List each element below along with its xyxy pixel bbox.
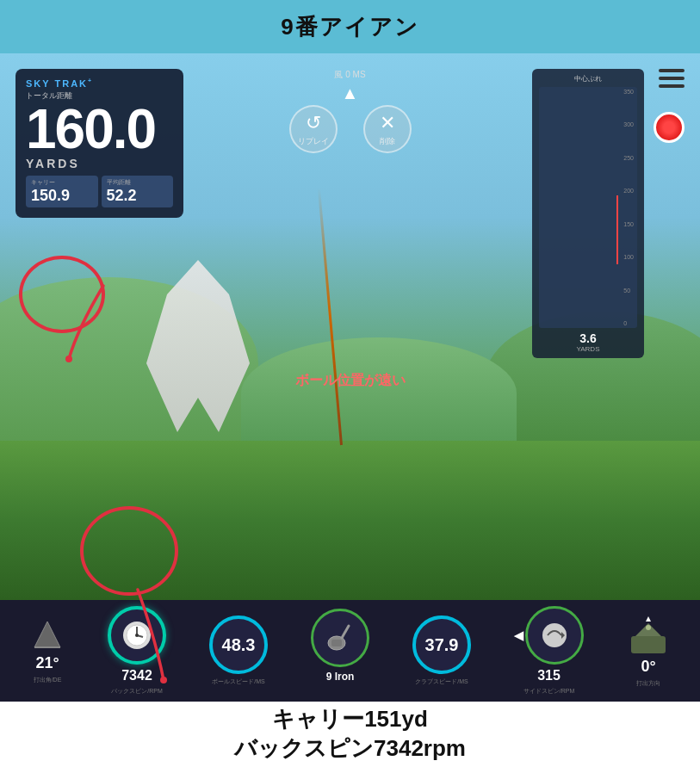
backspin-label: バックスピン/RPM xyxy=(111,687,163,696)
club-type-circle xyxy=(311,609,369,667)
replay-button[interactable]: ↺ リプレイ xyxy=(289,105,338,153)
club-speed-label: クラブスピード/MS xyxy=(415,677,468,686)
ground xyxy=(0,441,700,600)
footer-text: キャリー151yd バックスピン7342rpm xyxy=(234,705,466,764)
ball-position-warning: ボール位置が遠い xyxy=(295,372,406,390)
game-viewport: SKY TRAK+ トータル距離 160.0 YARDS キャリー 150.9 … xyxy=(0,53,700,600)
avg-value: 52.2 xyxy=(107,187,169,205)
svg-point-7 xyxy=(135,634,139,637)
record-button[interactable] xyxy=(654,112,685,143)
stat-club-type: 9 Iron xyxy=(311,609,369,694)
svg-point-15 xyxy=(646,625,651,630)
deviation-unit: YARDS xyxy=(539,345,637,353)
svg-marker-1 xyxy=(34,622,60,647)
wind-arrow-icon: ▲ xyxy=(340,83,361,103)
deviation-scale: 350 300 250 200 150 100 50 0 xyxy=(623,87,634,328)
sidespin-arrow: ◀ xyxy=(514,628,523,642)
stats-bar: 21° 打出角/DE 7342 バックスピン/RPM 48.3 ボールスピード/… xyxy=(0,600,700,702)
ball-speed-circle: 48.3 xyxy=(209,615,268,674)
wind-label: 風 0 MS xyxy=(334,69,365,81)
sidespin-label: サイドスピン/RPM xyxy=(523,687,575,696)
sidespin-icon xyxy=(539,620,570,651)
launch-angle-icon xyxy=(30,617,65,652)
stat-club-speed: 37.9 クラブスピード/MS xyxy=(412,615,471,686)
direction-label: 打出方向 xyxy=(636,679,660,688)
stat-ball-speed: 48.3 ボールスピード/MS xyxy=(209,615,268,686)
footer: キャリー151yd バックスピン7342rpm xyxy=(0,702,700,767)
avg-stat: 平均距離 52.2 xyxy=(102,176,174,207)
controls-panel: ↺ リプレイ ✕ 削除 xyxy=(289,105,412,153)
deviation-value: 3.6 xyxy=(539,331,637,345)
svg-rect-13 xyxy=(631,636,666,653)
replay-label: リプレイ xyxy=(298,136,329,147)
backspin-circle xyxy=(108,606,166,665)
direction-icon xyxy=(627,615,670,658)
ball-speed-value: 48.3 xyxy=(222,635,256,655)
replay-icon: ↺ xyxy=(306,112,321,134)
carry-value: 150.9 xyxy=(31,187,93,205)
hamburger-line-3 xyxy=(659,84,685,88)
delete-button[interactable]: ✕ 削除 xyxy=(363,105,412,153)
club-type-value: 9 Iron xyxy=(326,671,355,683)
svg-rect-10 xyxy=(331,640,342,646)
total-distance-value: 160.0 xyxy=(26,102,173,157)
launch-angle-text: 21° xyxy=(35,654,59,672)
delete-label: 削除 xyxy=(380,136,395,147)
deviation-chart: 350 300 250 200 150 100 50 0 xyxy=(539,87,637,328)
svg-marker-16 xyxy=(646,616,651,622)
stat-launch-angle: 21° 打出角/DE xyxy=(30,617,65,684)
stat-direction: 0° 打出方向 xyxy=(627,615,670,688)
backspin-value: 7342 xyxy=(121,668,152,683)
club-speed-circle: 37.9 xyxy=(412,615,471,674)
avg-label: 平均距離 xyxy=(107,178,169,187)
skytrak-panel: SKY TRAK+ トータル距離 160.0 YARDS キャリー 150.9 … xyxy=(15,69,183,218)
club-type-label xyxy=(339,686,341,694)
footer-line2: バックスピン7342rpm xyxy=(234,734,466,764)
ball-speed-label: ボールスピード/MS xyxy=(212,677,264,686)
carry-stat: キャリー 150.9 xyxy=(26,176,98,207)
hamburger-menu[interactable] xyxy=(659,69,685,88)
direction-value: 0° xyxy=(641,658,655,676)
hamburger-line-1 xyxy=(659,69,685,72)
launch-angle-label: 打出角/DE xyxy=(34,676,62,684)
deviation-title: 中心ぶれ xyxy=(539,74,637,84)
stat-backspin: 7342 バックスピン/RPM xyxy=(108,606,166,696)
iron-icon xyxy=(325,622,356,653)
sidespin-circle xyxy=(525,606,584,665)
carry-label: キャリー xyxy=(31,178,93,187)
deviation-line xyxy=(616,195,618,264)
wind-panel: 風 0 MS ▲ xyxy=(334,69,365,103)
backspin-icon xyxy=(120,618,154,653)
header: 9番アイアン xyxy=(0,0,700,53)
svg-line-9 xyxy=(342,626,349,638)
footer-line1: キャリー151yd xyxy=(234,705,466,734)
sub-stats: キャリー 150.9 平均距離 52.2 xyxy=(26,176,173,207)
delete-icon: ✕ xyxy=(380,112,395,134)
deviation-panel: 中心ぶれ 350 300 250 200 150 100 50 0 3.6 YA… xyxy=(532,69,644,358)
hamburger-line-2 xyxy=(659,77,685,80)
club-speed-value: 37.9 xyxy=(425,635,459,655)
stat-sidespin: ◀ 315 サイドスピン/RPM xyxy=(514,606,584,696)
sidespin-value: 315 xyxy=(537,668,561,683)
skytrak-logo: SKY TRAK+ xyxy=(26,77,173,89)
page-title: 9番アイアン xyxy=(281,12,418,42)
hills-mid xyxy=(241,337,517,449)
launch-angle-value xyxy=(30,617,65,658)
